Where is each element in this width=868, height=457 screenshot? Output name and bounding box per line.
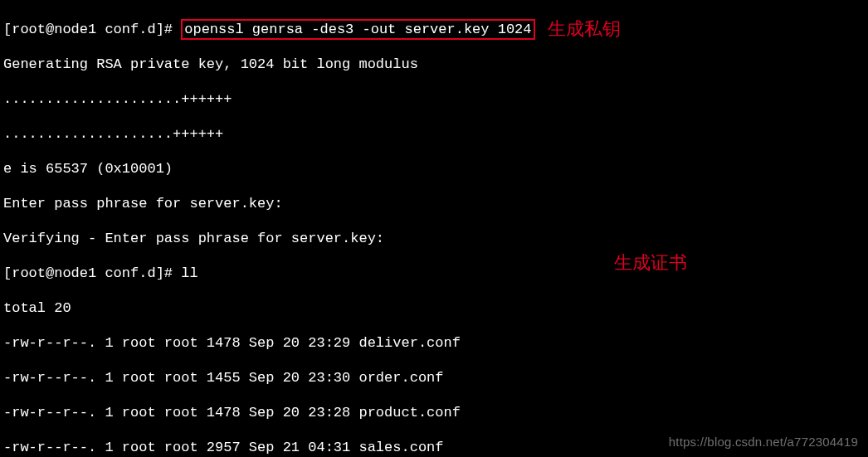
highlighted-command-1: openssl genrsa -des3 -out server.key 102… [181, 19, 534, 40]
ls-row: -rw-r--r--. 1 root root 1478 Sep 20 23:2… [3, 404, 865, 421]
watermark-text: https://blog.csdn.net/a772304419 [669, 433, 858, 450]
output-line: total 20 [3, 299, 865, 317]
output-line: Generating RSA private key, 1024 bit lon… [3, 56, 865, 73]
ls-row: -rw-r--r--. 1 root root 1455 Sep 20 23:3… [3, 369, 865, 387]
output-line: ....................++++++ [3, 125, 865, 143]
ls-row: -rw-r--r--. 1 root root 1478 Sep 20 23:2… [3, 334, 865, 352]
output-line: Enter pass phrase for server.key: [3, 195, 865, 212]
annotation-generate-certificate: 生成证书 [614, 254, 687, 271]
output-line: .....................++++++ [3, 90, 865, 108]
annotation-generate-private-key: 生成私钥 [548, 20, 621, 37]
prompt-line-1: [root@node1 conf.d]# openssl genrsa -des… [3, 21, 865, 38]
shell-prompt: [root@node1 conf.d]# [3, 22, 181, 37]
terminal-output[interactable]: [root@node1 conf.d]# openssl genrsa -des… [0, 0, 868, 457]
output-line: e is 65537 (0x10001) [3, 160, 865, 177]
prompt-line-2: [root@node1 conf.d]# ll [3, 265, 865, 282]
output-line: Verifying - Enter pass phrase for server… [3, 230, 865, 247]
